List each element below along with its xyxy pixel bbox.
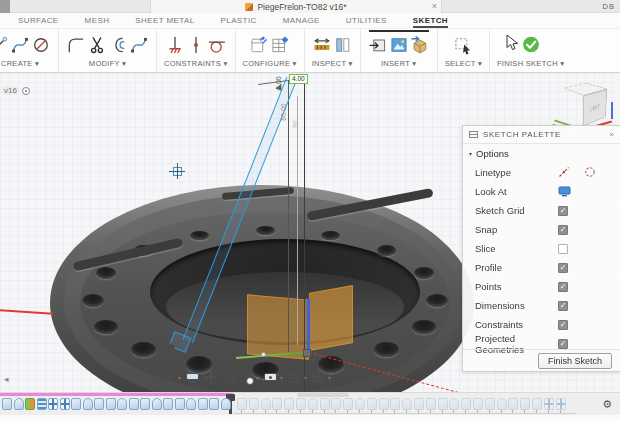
dimension-value[interactable]: 50 bbox=[292, 120, 299, 128]
timeline-feature-icon[interactable] bbox=[37, 398, 47, 410]
timeline-feature-icon[interactable] bbox=[175, 398, 185, 410]
axis-handle-dot[interactable] bbox=[261, 352, 266, 357]
timeline-feature-icon[interactable] bbox=[60, 398, 70, 410]
timeline-feature-icon-suppressed[interactable] bbox=[461, 398, 471, 410]
timeline-feature-icon[interactable] bbox=[83, 398, 93, 410]
timeline-feature-icon-suppressed[interactable] bbox=[402, 398, 412, 410]
orbit-icon[interactable] bbox=[162, 371, 175, 384]
dimensions-checkbox[interactable] bbox=[558, 301, 568, 311]
toolbar-menu-label[interactable]: INSERT ▾ bbox=[381, 58, 416, 70]
timeline-feature-icon-suppressed[interactable] bbox=[485, 398, 495, 410]
construction-linetype-icon[interactable] bbox=[558, 164, 570, 182]
tab-sketch[interactable]: SKETCH bbox=[413, 13, 448, 28]
timeline-feature-icon-suppressed[interactable] bbox=[237, 398, 247, 410]
timeline-settings-gear-icon[interactable]: ⚙ bbox=[602, 396, 612, 412]
tab-plastic[interactable]: PLASTIC bbox=[221, 13, 257, 28]
view-cube-face[interactable]: LEFT bbox=[583, 89, 607, 127]
account-badge[interactable]: DB bbox=[603, 0, 615, 13]
model-bolt-hole[interactable] bbox=[426, 294, 448, 307]
pan-icon[interactable] bbox=[204, 371, 217, 384]
profile-checkbox[interactable] bbox=[558, 263, 568, 273]
select-icon[interactable] bbox=[453, 33, 473, 57]
timeline-feature-icon[interactable] bbox=[2, 398, 12, 410]
chevron-down-icon[interactable]: ▾ bbox=[178, 374, 181, 381]
timeline-feature-icon-suppressed[interactable] bbox=[379, 398, 389, 410]
fillet-icon[interactable] bbox=[66, 33, 86, 57]
centerline-linetype-icon[interactable] bbox=[584, 164, 596, 182]
model-bolt-hole[interactable] bbox=[256, 226, 275, 235]
configuration-table-icon[interactable] bbox=[270, 33, 290, 57]
model-bolt-hole[interactable] bbox=[377, 245, 396, 255]
palette-collapse-icon[interactable]: » bbox=[610, 130, 614, 139]
finish-sketch-button[interactable]: Finish Sketch bbox=[538, 353, 612, 369]
toolbar-menu-label[interactable]: CONFIGURE ▾ bbox=[243, 58, 297, 70]
timeline-feature-icon-suppressed[interactable] bbox=[296, 398, 306, 410]
display-state-icon[interactable] bbox=[333, 33, 353, 57]
look-at-icon[interactable] bbox=[186, 371, 199, 384]
sketch-palette-header[interactable]: SKETCH PALETTE » bbox=[463, 126, 620, 144]
timeline-feature-icon-suppressed[interactable] bbox=[355, 398, 365, 410]
configuration-icon[interactable] bbox=[249, 33, 269, 57]
tab-close-icon[interactable]: × bbox=[432, 0, 437, 13]
viewports-icon[interactable] bbox=[312, 371, 325, 384]
model-bolt-hole[interactable] bbox=[190, 231, 209, 240]
model-bolt-hole[interactable] bbox=[321, 231, 340, 240]
x-axis-line[interactable] bbox=[0, 309, 53, 314]
fix-constraint-icon[interactable] bbox=[165, 33, 185, 57]
chevron-down-icon[interactable]: ▾ bbox=[280, 374, 283, 381]
chevron-down-icon[interactable]: ▾ bbox=[256, 374, 259, 381]
timeline-feature-icon-suppressed[interactable] bbox=[308, 398, 318, 410]
timeline-feature-icon-suppressed[interactable] bbox=[272, 398, 282, 410]
tangent-constraint-icon[interactable] bbox=[207, 33, 227, 57]
circle-diameter-icon[interactable] bbox=[31, 33, 51, 57]
grid-settings-icon[interactable] bbox=[288, 371, 301, 384]
model-bolt-hole[interactable] bbox=[82, 294, 104, 307]
insert-mesh-icon[interactable] bbox=[410, 33, 430, 57]
timeline-feature-icon-suppressed[interactable] bbox=[473, 398, 483, 410]
display-settings-icon[interactable] bbox=[264, 371, 277, 384]
look-at-icon[interactable] bbox=[558, 183, 571, 201]
spline-icon[interactable] bbox=[10, 33, 30, 57]
timeline-feature-icon[interactable] bbox=[186, 398, 196, 410]
toolbar-menu-label[interactable]: CREATE ▾ bbox=[1, 58, 39, 70]
canvas-icon[interactable] bbox=[389, 33, 409, 57]
timeline-feature-icon-suppressed[interactable] bbox=[449, 398, 459, 410]
chevron-down-icon[interactable]: ▾ bbox=[328, 374, 331, 381]
timeline-feature-icon-suppressed[interactable] bbox=[556, 398, 566, 410]
timeline-feature-icon[interactable] bbox=[71, 398, 81, 410]
timeline-feature-icon[interactable] bbox=[25, 398, 35, 410]
timeline-feature-icon-suppressed[interactable] bbox=[284, 398, 294, 410]
timeline-feature-icon[interactable] bbox=[221, 398, 231, 410]
slice-checkbox[interactable] bbox=[558, 244, 568, 254]
timeline-feature-icon[interactable] bbox=[198, 398, 208, 410]
model-bolt-hole[interactable] bbox=[94, 320, 118, 335]
timeline-feature-icon-suppressed[interactable] bbox=[508, 398, 518, 410]
modeling-canvas[interactable]: v16 ◂ 2.00 60.00 bbox=[0, 73, 620, 392]
tab-sheet-metal[interactable]: SHEET METAL bbox=[135, 13, 194, 28]
timeline-feature-icon-suppressed[interactable] bbox=[414, 398, 424, 410]
browser-collapse-icon[interactable]: ◂ bbox=[4, 374, 9, 384]
measure-icon[interactable] bbox=[312, 33, 332, 57]
tab-utilities[interactable]: UTILITIES bbox=[346, 13, 387, 28]
window-zoom-icon[interactable] bbox=[240, 371, 253, 384]
z-axis-line[interactable] bbox=[307, 298, 310, 354]
origin-plane-left[interactable] bbox=[247, 294, 309, 359]
timeline-feature-icon[interactable] bbox=[106, 398, 116, 410]
timeline-feature-icon-suppressed[interactable] bbox=[390, 398, 400, 410]
timeline-feature-icon-suppressed[interactable] bbox=[320, 398, 330, 410]
timeline-feature-icon[interactable] bbox=[48, 398, 58, 410]
spline-icon[interactable] bbox=[129, 33, 149, 57]
tab-mesh[interactable]: MESH bbox=[85, 13, 110, 28]
timeline-feature-icon-suppressed[interactable] bbox=[331, 398, 341, 410]
origin-plane-right[interactable] bbox=[309, 285, 353, 351]
model-bolt-hole[interactable] bbox=[414, 267, 434, 278]
zoom-icon[interactable] bbox=[222, 371, 235, 384]
line-icon[interactable] bbox=[0, 33, 9, 57]
sketch-grid-checkbox[interactable] bbox=[558, 206, 568, 216]
options-section-header[interactable]: ▾ Options bbox=[463, 144, 620, 163]
timeline-feature-icon-suppressed[interactable] bbox=[261, 398, 271, 410]
insert-derive-icon[interactable] bbox=[368, 33, 388, 57]
toolbar-menu-label[interactable]: MODIFY ▾ bbox=[89, 58, 126, 70]
visibility-radio-icon[interactable] bbox=[22, 87, 30, 95]
timeline-feature-icon[interactable] bbox=[152, 398, 162, 410]
